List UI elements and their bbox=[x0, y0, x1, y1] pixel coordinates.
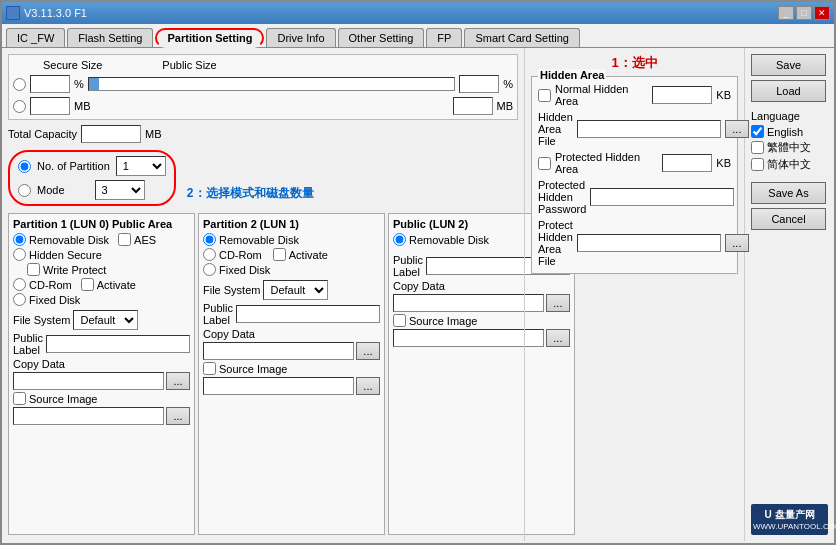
p1-filesystem-row: File System Default bbox=[13, 310, 190, 330]
p1-srcimage-input[interactable] bbox=[13, 407, 164, 425]
hidden-file-row: Hidden Area File ... bbox=[538, 111, 731, 147]
maximize-button[interactable]: □ bbox=[796, 6, 812, 20]
p2-fixed-radio[interactable] bbox=[203, 263, 216, 276]
load-button[interactable]: Load bbox=[751, 80, 826, 102]
save-as-button[interactable]: Save As bbox=[751, 182, 826, 204]
normal-hidden-input[interactable] bbox=[652, 86, 712, 104]
save-button[interactable]: Save bbox=[751, 54, 826, 76]
trad-chinese-check[interactable] bbox=[751, 141, 764, 154]
size-section: Secure Size Public Size % % bbox=[8, 54, 518, 120]
p2-copy-input[interactable] bbox=[203, 342, 354, 360]
secure-size-percent[interactable] bbox=[30, 75, 70, 93]
p2-public-input[interactable] bbox=[236, 305, 380, 323]
english-check[interactable] bbox=[751, 125, 764, 138]
mode-radio[interactable] bbox=[18, 184, 31, 197]
p1-aes-check[interactable] bbox=[118, 233, 131, 246]
lun2-removable-radio[interactable] bbox=[393, 233, 406, 246]
p1-writeprot-check[interactable] bbox=[27, 263, 40, 276]
p2-fs-select[interactable]: Default bbox=[263, 280, 328, 300]
language-label: Language bbox=[751, 110, 828, 122]
protected-hidden-label: Protected Hidden Area bbox=[555, 151, 658, 175]
p2-srcimage-input[interactable] bbox=[203, 377, 354, 395]
p1-activate-check[interactable] bbox=[81, 278, 94, 291]
public-size-percent[interactable] bbox=[459, 75, 499, 93]
lun2-srcimage-check[interactable] bbox=[393, 314, 406, 327]
lun2-srcimage-input[interactable] bbox=[393, 329, 544, 347]
protected-password-row: Protected Hidden Password bbox=[538, 179, 731, 215]
p1-hidden-radio[interactable] bbox=[13, 248, 26, 261]
p1-srcimage-label: Source Image bbox=[29, 393, 97, 405]
protect-file-input[interactable] bbox=[577, 234, 721, 252]
simp-chinese-check[interactable] bbox=[751, 158, 764, 171]
p2-copy-browse[interactable]: ... bbox=[356, 342, 380, 360]
tab-other-setting[interactable]: Other Setting bbox=[338, 28, 425, 47]
p2-srcimage-check[interactable] bbox=[203, 362, 216, 375]
p1-cdrom-label: CD-Rom bbox=[29, 279, 72, 291]
mb-radio[interactable] bbox=[13, 100, 26, 113]
english-row: English bbox=[751, 125, 828, 138]
protected-hidden-input[interactable] bbox=[662, 154, 712, 172]
mode-select[interactable]: 12345 bbox=[95, 180, 145, 200]
p1-removable-radio[interactable] bbox=[13, 233, 26, 246]
secure-size-label: Secure Size bbox=[43, 59, 102, 71]
p2-activate-check[interactable] bbox=[273, 248, 286, 261]
p2-srcimage-label: Source Image bbox=[219, 363, 287, 375]
protected-hidden-check[interactable] bbox=[538, 157, 551, 170]
protected-hidden-kb: KB bbox=[716, 157, 731, 169]
mb-label1: MB bbox=[74, 100, 91, 112]
normal-hidden-check[interactable] bbox=[538, 89, 551, 102]
total-capacity-row: Total Capacity MB bbox=[8, 125, 518, 143]
p1-cdrom-radio[interactable] bbox=[13, 278, 26, 291]
lun2-copy-input[interactable] bbox=[393, 294, 544, 312]
p2-fixed-label: Fixed Disk bbox=[219, 264, 270, 276]
p2-fs-label: File System bbox=[203, 284, 260, 296]
p1-hidden-label: Hidden Secure bbox=[29, 249, 102, 261]
p1-copy-input[interactable] bbox=[13, 372, 164, 390]
tab-fp[interactable]: FP bbox=[426, 28, 462, 47]
hidden-file-input[interactable] bbox=[577, 120, 721, 138]
p1-removable-label: Removable Disk bbox=[29, 234, 109, 246]
tab-flash-setting[interactable]: Flash Setting bbox=[67, 28, 153, 47]
tab-drive-info[interactable]: Drive Info bbox=[266, 28, 335, 47]
p1-srcimage-browse[interactable]: ... bbox=[166, 407, 190, 425]
no-of-partition-radio[interactable] bbox=[18, 160, 31, 173]
p1-fs-select[interactable]: Default bbox=[73, 310, 138, 330]
p2-filesystem-row: File System Default bbox=[203, 280, 380, 300]
lun2-copy-label: Copy Data bbox=[393, 280, 445, 292]
hidden-file-browse[interactable]: ... bbox=[725, 120, 749, 138]
p1-srcimage-check[interactable] bbox=[13, 392, 26, 405]
p2-cdrom-radio[interactable] bbox=[203, 248, 216, 261]
main-area: Secure Size Public Size % % bbox=[2, 48, 834, 541]
protected-hidden-row: Protected Hidden Area KB bbox=[538, 151, 731, 175]
slider-track[interactable] bbox=[88, 77, 455, 91]
simp-chinese-row: 简体中文 bbox=[751, 157, 828, 172]
p2-srcimage-browse[interactable]: ... bbox=[356, 377, 380, 395]
total-capacity-input[interactable] bbox=[81, 125, 141, 143]
p2-removable-radio[interactable] bbox=[203, 233, 216, 246]
protected-password-input[interactable] bbox=[590, 188, 734, 206]
partition-mode-section: No. of Partition 1234 Mode 12345 2：选 bbox=[8, 150, 518, 206]
public-size-mb[interactable] bbox=[453, 97, 493, 115]
p1-srcimage-input-row: ... bbox=[13, 407, 190, 425]
tab-ic-fw[interactable]: IC _FW bbox=[6, 28, 65, 47]
protected-password-label: Protected Hidden Password bbox=[538, 179, 586, 215]
percent-radio[interactable] bbox=[13, 78, 26, 91]
tab-smart-card[interactable]: Smart Card Setting bbox=[464, 28, 580, 47]
cancel-button[interactable]: Cancel bbox=[751, 208, 826, 230]
hidden-file-label: Hidden Area File bbox=[538, 111, 573, 147]
p1-copy-browse[interactable]: ... bbox=[166, 372, 190, 390]
secure-size-mb[interactable] bbox=[30, 97, 70, 115]
minimize-button[interactable]: _ bbox=[778, 6, 794, 20]
annotation1: 1：选中 bbox=[611, 55, 657, 70]
p1-fixed-radio[interactable] bbox=[13, 293, 26, 306]
no-of-partition-row: No. of Partition 1234 bbox=[18, 156, 166, 176]
protect-file-browse[interactable]: ... bbox=[725, 234, 749, 252]
annotation2: 2：选择模式和磁盘数量 bbox=[187, 186, 314, 200]
close-button[interactable]: ✕ bbox=[814, 6, 830, 20]
percent-row: % % bbox=[13, 75, 513, 93]
mb-row: MB MB bbox=[13, 97, 513, 115]
tab-partition-setting[interactable]: Partition Setting bbox=[155, 28, 264, 48]
no-of-partition-select[interactable]: 1234 bbox=[116, 156, 166, 176]
p1-public-input[interactable] bbox=[46, 335, 190, 353]
p1-cdrom-row: CD-Rom Activate bbox=[13, 278, 190, 291]
